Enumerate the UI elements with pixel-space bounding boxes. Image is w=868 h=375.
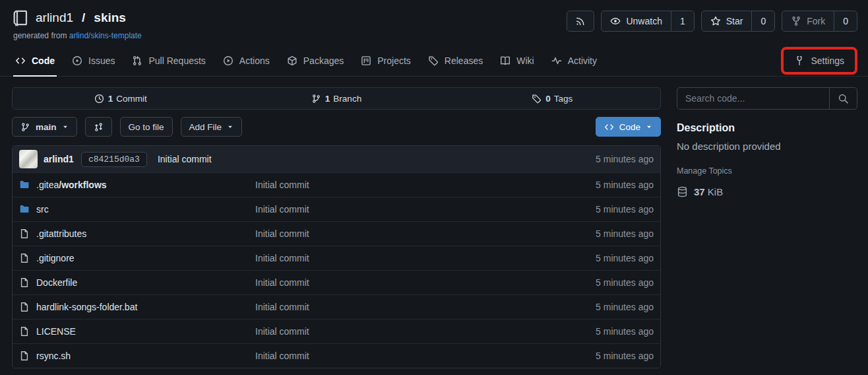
tag-icon	[428, 55, 439, 66]
avatar[interactable]	[19, 150, 38, 168]
file-link[interactable]: hardlink-songs-folder.bat	[19, 302, 255, 312]
code-icon	[15, 55, 26, 66]
file-commit-message[interactable]: Initial commit	[255, 302, 555, 312]
compare-button[interactable]	[85, 117, 112, 137]
manage-topics-link[interactable]: Manage Topics	[677, 166, 857, 176]
file-link[interactable]: .gitattributes	[19, 228, 255, 239]
chevron-down-icon	[227, 123, 233, 130]
file-commit-message[interactable]: Initial commit	[255, 351, 555, 361]
file-commit-time: 5 minutes ago	[555, 277, 654, 288]
code-toolbar: main Go to file Add File	[12, 117, 661, 137]
clock-icon	[94, 94, 104, 104]
tag-icon	[532, 94, 542, 104]
file-icon	[19, 277, 30, 288]
watch-count[interactable]: 1	[671, 11, 694, 31]
table-row: .gitattributes Initial commit 5 minutes …	[13, 221, 660, 246]
tab-code[interactable]: Code	[7, 46, 63, 76]
compare-icon	[94, 122, 104, 132]
file-commit-message[interactable]: Initial commit	[255, 204, 555, 215]
star-button[interactable]: Star 0	[701, 11, 775, 32]
search-button[interactable]	[829, 88, 857, 109]
add-file-button[interactable]: Add File	[181, 117, 243, 137]
file-commit-time: 5 minutes ago	[555, 326, 654, 337]
go-to-file-button[interactable]: Go to file	[120, 117, 173, 137]
file-link[interactable]: LICENSE	[19, 326, 255, 337]
file-commit-message[interactable]: Initial commit	[255, 228, 555, 239]
database-icon	[677, 186, 688, 197]
tags-stat[interactable]: 0Tags	[445, 88, 660, 109]
search-input[interactable]	[677, 88, 829, 109]
file-commit-message[interactable]: Initial commit	[255, 326, 555, 337]
tab-pull-requests[interactable]: Pull Requests	[123, 46, 214, 76]
folder-icon	[19, 204, 30, 215]
table-row: LICENSE Initial commit 5 minutes ago	[13, 319, 660, 343]
tab-issues[interactable]: Issues	[63, 46, 123, 76]
branch-selector[interactable]: main	[12, 117, 77, 137]
rss-button[interactable]	[567, 11, 594, 32]
table-row: src Initial commit 5 minutes ago	[13, 197, 660, 221]
description-title: Description	[677, 122, 857, 134]
file-icon	[19, 326, 30, 337]
star-count[interactable]: 0	[751, 11, 774, 31]
tab-projects[interactable]: Projects	[352, 46, 419, 76]
file-commit-message[interactable]: Initial commit	[255, 180, 555, 190]
commit-time: 5 minutes ago	[596, 154, 654, 164]
search-icon	[838, 93, 849, 104]
package-icon	[287, 55, 297, 66]
tools-icon	[794, 55, 805, 66]
file-link[interactable]: Dockerfile	[19, 277, 255, 288]
repo-sidebar: Description No description provided Mana…	[677, 87, 857, 368]
code-icon	[604, 122, 614, 132]
project-icon	[361, 55, 371, 66]
latest-commit-row: arlind1 c84215d0a3 Initial commit 5 minu…	[13, 146, 660, 172]
file-commit-message[interactable]: Initial commit	[255, 253, 555, 263]
file-commit-message[interactable]: Initial commit	[255, 277, 555, 288]
star-label: Star	[726, 16, 743, 26]
template-repo-link[interactable]: arlind/skins-template	[69, 31, 142, 40]
tab-wiki[interactable]: Wiki	[491, 46, 542, 76]
repo-owner-link[interactable]: arlind1	[36, 11, 73, 25]
repo-stats-bar: 1Commit 1Branch 0Tags	[12, 87, 661, 110]
table-row: rsync.sh Initial commit 5 minutes ago	[13, 343, 660, 368]
file-link[interactable]: .gitea/workflows	[19, 180, 255, 190]
fork-button[interactable]: Fork 0	[782, 11, 857, 32]
generated-from: generated from arlind/skins-template	[13, 31, 142, 40]
unwatch-button[interactable]: Unwatch 1	[601, 11, 694, 32]
pull-request-icon	[132, 55, 142, 66]
file-commit-time: 5 minutes ago	[555, 351, 654, 361]
file-commit-time: 5 minutes ago	[555, 228, 654, 239]
fork-icon	[791, 16, 801, 26]
file-icon	[19, 351, 30, 361]
repo-size: 37 KiB	[677, 186, 857, 197]
commit-message-link[interactable]: Initial commit	[158, 154, 212, 164]
repo-name-link[interactable]: skins	[94, 11, 126, 25]
rss-icon	[567, 11, 594, 31]
fork-count[interactable]: 0	[834, 11, 857, 31]
star-icon	[710, 16, 721, 26]
file-commit-time: 5 minutes ago	[555, 302, 654, 312]
code-download-button[interactable]: Code	[596, 117, 661, 137]
file-link[interactable]: src	[19, 204, 255, 215]
table-row: Dockerfile Initial commit 5 minutes ago	[13, 270, 660, 294]
tab-activity[interactable]: Activity	[543, 46, 605, 76]
file-icon	[19, 302, 30, 312]
repo-title: arlind1 / skins	[12, 9, 142, 26]
tab-packages[interactable]: Packages	[278, 46, 352, 76]
commit-author-link[interactable]: arlind1	[44, 154, 74, 164]
branches-stat[interactable]: 1Branch	[228, 88, 444, 109]
tab-settings[interactable]: Settings	[781, 47, 857, 75]
table-row: .gitignore Initial commit 5 minutes ago	[13, 246, 660, 270]
commit-hash-link[interactable]: c84215d0a3	[81, 152, 147, 167]
file-commit-time: 5 minutes ago	[555, 253, 654, 263]
repo-icon	[12, 9, 29, 26]
description-text: No description provided	[677, 141, 857, 152]
file-link[interactable]: rsync.sh	[19, 351, 255, 361]
tab-actions[interactable]: Actions	[214, 46, 278, 76]
commits-stat[interactable]: 1Commit	[13, 88, 228, 109]
file-link[interactable]: .gitignore	[19, 253, 255, 263]
book-open-icon	[500, 55, 511, 66]
repo-action-buttons: Unwatch 1 Star 0	[567, 11, 857, 32]
tab-releases[interactable]: Releases	[419, 46, 491, 76]
chevron-down-icon	[646, 123, 652, 130]
code-search	[677, 87, 857, 110]
